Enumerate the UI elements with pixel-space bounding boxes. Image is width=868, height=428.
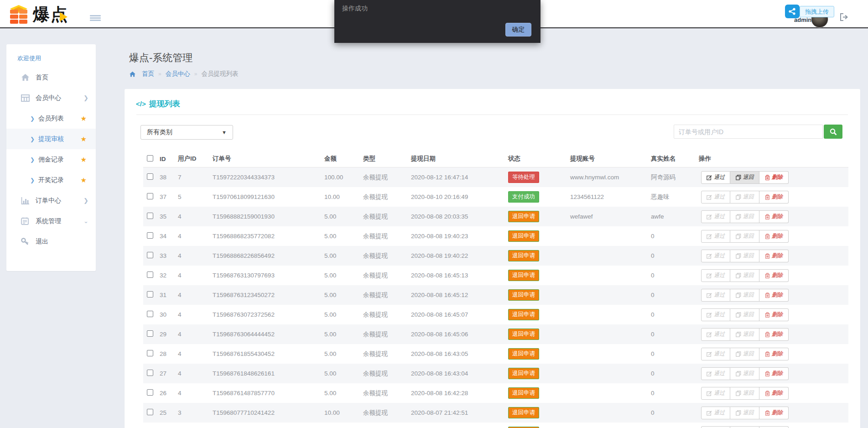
- delete-button[interactable]: 删除: [759, 191, 789, 204]
- row-checkbox[interactable]: [147, 252, 153, 258]
- cell-user-id: 5: [178, 193, 213, 200]
- delete-button[interactable]: 删除: [759, 269, 789, 282]
- approve-button[interactable]: 通过: [701, 191, 730, 204]
- return-button[interactable]: 退回: [730, 289, 759, 302]
- row-checkbox[interactable]: [147, 193, 153, 199]
- status-badge: 退回申请: [508, 250, 539, 261]
- sidebar-item-会员中心[interactable]: 会员中心❯: [6, 88, 96, 108]
- approve-button[interactable]: 通过: [701, 289, 730, 302]
- row-checkbox[interactable]: [147, 213, 153, 219]
- return-button[interactable]: 退回: [730, 308, 759, 321]
- menu-list-icon[interactable]: [90, 15, 101, 23]
- brand-logo[interactable]: 爆点: [8, 3, 68, 26]
- return-button[interactable]: 退回: [730, 230, 759, 243]
- delete-button[interactable]: 删除: [759, 230, 789, 243]
- approve-button[interactable]: 通过: [701, 250, 730, 262]
- cell-account: www.hnymwl.com: [570, 174, 651, 181]
- cell-type: 余额提现: [363, 271, 411, 280]
- category-select[interactable]: 所有类别 ▼: [140, 125, 233, 140]
- trash-icon: [765, 273, 770, 278]
- approve-button[interactable]: 通过: [701, 367, 730, 380]
- cell-user-id: 4: [178, 292, 213, 298]
- delete-button[interactable]: 删除: [759, 171, 789, 184]
- edit-icon: [707, 292, 712, 298]
- sidebar-item-会员列表[interactable]: ❯会员列表★: [6, 108, 96, 129]
- approve-button[interactable]: 通过: [701, 230, 730, 243]
- delete-button[interactable]: 删除: [759, 426, 789, 428]
- table-row: 33 4 T15968868226856492 5.00 余额提现 2020-0…: [143, 246, 848, 266]
- approve-button[interactable]: 通过: [701, 387, 730, 400]
- drag-upload-button[interactable]: 拖拽上传: [800, 6, 834, 17]
- delete-button[interactable]: 删除: [759, 387, 789, 400]
- row-checkbox[interactable]: [147, 330, 153, 337]
- cell-type: 余额提现: [363, 311, 411, 319]
- approve-button[interactable]: 通过: [701, 171, 730, 184]
- approve-button[interactable]: 通过: [701, 308, 730, 321]
- confirm-button[interactable]: 确定: [505, 23, 531, 37]
- row-checkbox[interactable]: [147, 350, 153, 356]
- approve-button[interactable]: 通过: [701, 210, 730, 223]
- table-icon: [21, 94, 31, 102]
- sidebar-item-提现审核[interactable]: ❯提现审核★: [6, 129, 96, 149]
- panel-title-label: 提现列表: [149, 99, 180, 109]
- sidebar-item-订单中心[interactable]: 订单中心❯: [6, 190, 96, 211]
- return-button[interactable]: 退回: [730, 250, 759, 262]
- return-button[interactable]: 退回: [730, 426, 759, 428]
- delete-button[interactable]: 删除: [759, 407, 789, 419]
- delete-button[interactable]: 删除: [759, 308, 789, 321]
- return-button[interactable]: 退回: [730, 407, 759, 419]
- cell-realname: 0: [651, 252, 699, 259]
- row-checkbox[interactable]: [147, 311, 153, 317]
- approve-button[interactable]: 通过: [701, 426, 730, 428]
- breadcrumb-item[interactable]: 会员中心: [166, 70, 190, 78]
- chevron-right-icon: ❯: [30, 157, 35, 163]
- search-button[interactable]: [824, 125, 842, 139]
- column-header: 金额: [324, 155, 363, 163]
- return-button[interactable]: 退回: [730, 367, 759, 380]
- breadcrumb-item[interactable]: 首页: [142, 70, 154, 78]
- return-button[interactable]: 退回: [730, 210, 759, 223]
- column-header: 状态: [508, 155, 570, 163]
- row-checkbox[interactable]: [147, 291, 153, 298]
- delete-button[interactable]: 删除: [759, 367, 789, 380]
- breadcrumb-item: 会员提现列表: [201, 70, 238, 78]
- cell-user-id: 4: [178, 213, 213, 220]
- share-icon[interactable]: [785, 5, 800, 18]
- approve-button[interactable]: 通过: [701, 269, 730, 282]
- sidebar-item-开奖记录[interactable]: ❯开奖记录★: [6, 170, 96, 190]
- select-all-checkbox[interactable]: [147, 155, 153, 162]
- row-checkbox[interactable]: [147, 173, 153, 180]
- cell-date: 2020-08-08 16:45:13: [411, 272, 508, 279]
- sidebar-item-退出[interactable]: 退出: [6, 231, 96, 252]
- delete-button[interactable]: 删除: [759, 328, 789, 341]
- return-button[interactable]: 退回: [730, 387, 759, 400]
- sidebar-item-首页[interactable]: 首页: [6, 67, 96, 88]
- column-header: 操作: [699, 155, 848, 163]
- cell-type: 余额提现: [363, 193, 411, 201]
- return-button[interactable]: 退回: [730, 171, 759, 184]
- row-checkbox[interactable]: [147, 370, 153, 376]
- sidebar-item-佣金记录[interactable]: ❯佣金记录★: [6, 149, 96, 170]
- return-button[interactable]: 退回: [730, 269, 759, 282]
- table-row: 28 4 T15968761855430452 5.00 余额提现 2020-0…: [143, 344, 848, 364]
- delete-button[interactable]: 删除: [759, 210, 789, 223]
- row-checkbox[interactable]: [147, 389, 153, 396]
- search-input[interactable]: [674, 125, 823, 139]
- search-icon: [830, 128, 837, 136]
- brand-cube-icon: [8, 4, 29, 25]
- return-button[interactable]: 退回: [730, 328, 759, 341]
- delete-button[interactable]: 删除: [759, 289, 789, 302]
- row-checkbox[interactable]: [147, 271, 153, 278]
- row-checkbox[interactable]: [147, 232, 153, 239]
- approve-button[interactable]: 通过: [701, 407, 730, 419]
- approve-button[interactable]: 通过: [701, 348, 730, 360]
- delete-button[interactable]: 删除: [759, 250, 789, 262]
- delete-button[interactable]: 删除: [759, 348, 789, 360]
- logout-icon[interactable]: [840, 13, 848, 21]
- approve-button[interactable]: 通过: [701, 328, 730, 341]
- return-button[interactable]: 退回: [730, 191, 759, 204]
- return-button[interactable]: 退回: [730, 348, 759, 360]
- dialog-message: 操作成功: [342, 5, 368, 13]
- sidebar-item-系统管理[interactable]: 系统管理⌄: [6, 211, 96, 231]
- row-checkbox[interactable]: [147, 409, 153, 415]
